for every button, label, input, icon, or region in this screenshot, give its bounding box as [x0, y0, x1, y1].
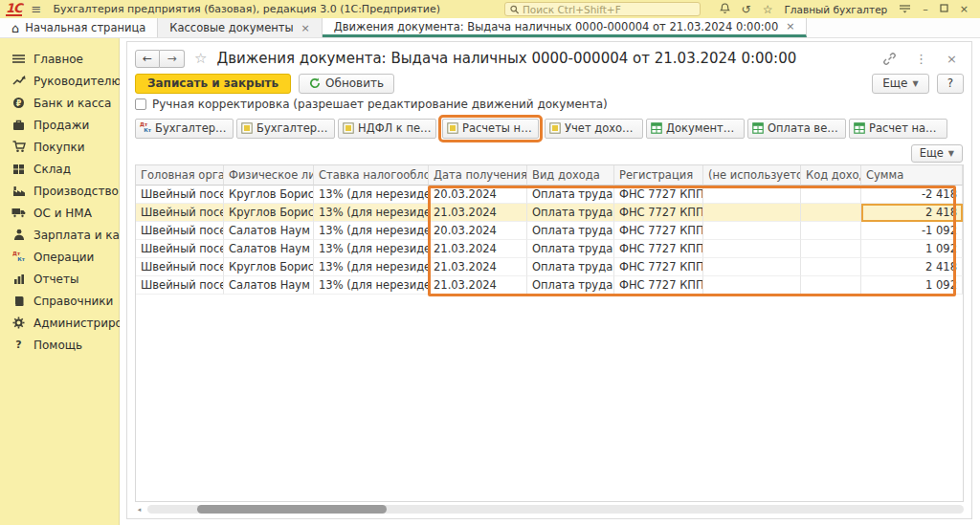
warehouse-icon — [11, 162, 26, 176]
back-button[interactable]: ← — [135, 50, 160, 68]
register-tab-income-accounting[interactable]: Учет доходов для... — [545, 119, 643, 139]
table-row[interactable]: Швейный поселок... Салатов Наум Фе... 13… — [136, 276, 963, 295]
sidebar-item-operations[interactable]: ДтКт Операции — [0, 246, 119, 268]
manual-adjustment-row: Ручная корректировка (разрешает редактир… — [135, 96, 964, 113]
titlebar: 1С ≡ Бухгалтерия предприятия (базовая), … — [0, 0, 980, 18]
sidebar-item-administration[interactable]: Администрирование — [0, 312, 119, 334]
app-window: 1С ≡ Бухгалтерия предприятия (базовая), … — [0, 0, 980, 525]
col-header-income-code[interactable]: Код дохода — [801, 165, 861, 186]
col-header-sum[interactable]: Сумма — [861, 165, 963, 186]
forward-button[interactable]: → — [160, 50, 185, 68]
dtkt-icon: ДтКт — [140, 122, 151, 134]
close-form-icon[interactable]: × — [947, 52, 957, 66]
global-search[interactable] — [504, 2, 701, 16]
table-toolbar: Еще ▼ — [135, 142, 964, 164]
register-yellow-icon — [343, 122, 354, 134]
close-tab-icon[interactable]: × — [784, 20, 794, 33]
register-tab-taxpayer-settlements[interactable]: Расчеты налогопл... — [442, 119, 539, 139]
gear-icon — [11, 316, 26, 330]
1c-logo-icon: 1С — [6, 2, 22, 16]
col-header-income-type[interactable]: Вид дохода — [527, 165, 614, 186]
close-tab-icon[interactable]: × — [300, 22, 310, 34]
favorite-star-icon[interactable]: ☆ — [194, 50, 207, 67]
help-button[interactable]: ? — [937, 74, 964, 94]
sidebar-item-sales[interactable]: Продажи — [0, 114, 119, 136]
search-input[interactable] — [523, 4, 695, 15]
col-header-person[interactable]: Физическое лицо — [224, 165, 314, 186]
col-header-rate[interactable]: Ставка налогообложени... — [314, 165, 429, 186]
register-yellow-icon — [549, 122, 561, 134]
register-yellow-icon — [447, 122, 458, 134]
register-green-icon — [854, 122, 865, 134]
sidebar-item-bank-cash[interactable]: ₽ Банк и касса — [0, 92, 119, 114]
sidebar-item-manager[interactable]: Руководителю — [0, 70, 119, 92]
table-row[interactable]: Швейный поселок... Круглов Борис А... 13… — [136, 186, 963, 204]
register-tab-payment-statements[interactable]: Оплата ведомост... — [747, 119, 846, 139]
register-tab-accrual-calculation[interactable]: Расчет начислени... — [849, 119, 947, 139]
sidebar-item-fixed-assets[interactable]: ОС и НМА — [0, 202, 119, 224]
menu-lines-icon — [11, 52, 26, 66]
sidebar-item-main[interactable]: Главное — [0, 48, 119, 70]
table-header-row: Головная организ... Физическое лицо Став… — [136, 165, 963, 186]
favorites-star-icon[interactable]: ☆ — [763, 4, 773, 15]
col-header-org[interactable]: Головная организ... — [136, 165, 224, 186]
app-title: Бухгалтерия предприятия (базовая), редак… — [54, 3, 441, 15]
restore-button[interactable] — [940, 3, 948, 15]
register-yellow-icon — [241, 122, 253, 134]
book-icon — [11, 294, 26, 308]
selected-cell-sum[interactable]: 2 418 — [861, 204, 963, 222]
sidebar-item-production[interactable]: Производство — [0, 180, 119, 202]
briefcase-icon — [11, 118, 26, 132]
tab-cash-documents[interactable]: Кассовые документы × — [158, 18, 323, 37]
col-header-registration[interactable]: Регистрация — [614, 165, 703, 186]
register-tab-documents-recorded[interactable]: Документы учтен... — [646, 119, 745, 139]
sidebar-item-payroll-hr[interactable]: Зарплата и кадры — [0, 224, 119, 246]
search-icon — [510, 5, 519, 14]
sidebar-item-reports[interactable]: Отчеты — [0, 268, 119, 290]
sidebar: Главное Руководителю ₽ Банк и касса Прод… — [0, 38, 120, 525]
col-header-date[interactable]: Дата получения дохода — [429, 165, 527, 186]
register-tab-ndfl[interactable]: НДФЛ к перечисл... — [338, 119, 436, 139]
tab-home[interactable]: ⌂ Начальная страница — [0, 18, 158, 37]
bank-coin-icon: ₽ — [11, 96, 26, 110]
get-link-icon[interactable] — [883, 53, 896, 65]
table-more-button[interactable]: Еще ▼ — [911, 144, 963, 163]
page-title: Движения документа: Выдача наличных 0000… — [216, 50, 796, 67]
tab-document-movements[interactable]: Движения документа: Выдача наличных 0000… — [323, 18, 808, 37]
more-kebab-icon[interactable]: ⋮ — [915, 52, 927, 66]
table-row[interactable]: Швейный поселок... Круглов Борис А... 13… — [136, 258, 963, 276]
service-menu-icon[interactable] — [899, 3, 911, 15]
close-window-button[interactable]: × — [960, 3, 969, 15]
refresh-button[interactable]: Обновить — [299, 74, 394, 94]
notifications-bell-icon[interactable] — [720, 3, 730, 16]
manual-adjustment-checkbox[interactable] — [135, 98, 146, 110]
command-bar: Записать и закрыть Обновить Еще ▼ ? — [135, 71, 964, 96]
refresh-icon — [309, 77, 321, 89]
user-role-label[interactable]: Главный бухгалтер — [784, 4, 887, 15]
minimize-button[interactable]: – — [923, 3, 928, 15]
register-tab-accounting[interactable]: ДтКт Бухгалтерский и н... — [135, 119, 234, 139]
form-header: ← → ☆ Движения документа: Выдача наличны… — [135, 46, 964, 71]
table-row[interactable]: Швейный поселок... Салатов Наум Фе... 13… — [136, 240, 963, 258]
scroll-left-button[interactable]: ◂ — [135, 505, 144, 514]
register-green-icon — [752, 122, 764, 134]
scrollbar-thumb[interactable] — [197, 505, 387, 514]
register-tab-mutual-settlements[interactable]: Бухгалтерские вз... — [236, 119, 335, 139]
scrollbar-track[interactable] — [147, 505, 964, 514]
sidebar-item-help[interactable]: ? Помощь — [0, 334, 119, 356]
table-row[interactable]: Швейный поселок... Салатов Наум Фе... 13… — [136, 222, 963, 240]
dtkt-icon: ДтКт — [11, 250, 26, 264]
svg-text:₽: ₽ — [16, 99, 22, 108]
home-icon: ⌂ — [11, 21, 19, 35]
history-icon[interactable]: ↺ — [742, 4, 751, 15]
sidebar-item-warehouse[interactable]: Склад — [0, 158, 119, 180]
more-button-top[interactable]: Еще ▼ — [872, 74, 928, 94]
table-row-selected[interactable]: Швейный поселок... Круглов Борис А... 13… — [136, 204, 963, 222]
truck-icon — [11, 206, 26, 220]
col-header-unused[interactable]: (не используется) ... — [703, 165, 801, 186]
person-icon — [11, 228, 26, 242]
sidebar-item-purchases[interactable]: Покупки — [0, 136, 119, 158]
main-menu-icon[interactable]: ≡ — [32, 2, 42, 16]
save-and-close-button[interactable]: Записать и закрыть — [135, 74, 291, 94]
sidebar-item-directories[interactable]: Справочники — [0, 290, 119, 312]
